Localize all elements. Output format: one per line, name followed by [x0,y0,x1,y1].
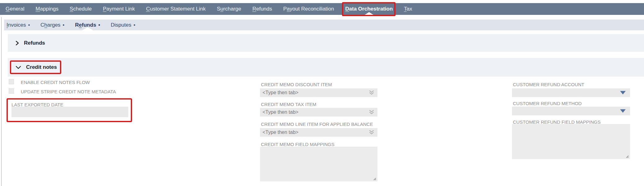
update-stripe-credit-note-metadata-checkbox[interactable] [9,88,14,94]
tab-general-label: General [6,6,25,12]
section-row-refunds: Refunds [8,34,644,52]
tab-customer-statement-link-label: Customer Statement Link [146,6,206,12]
last-exported-date-input[interactable] [11,107,128,117]
customer-refund-method-label: CUSTOMER REFUND METHOD [513,101,582,106]
section-header-credit-notes[interactable]: Credit notes [16,64,57,70]
tab-refunds[interactable]: Refunds [252,3,272,15]
subtab-charges-label: Charges [40,22,60,28]
credit-memo-tax-item-label: CREDIT MEMO TAX ITEM [261,102,316,107]
subtab-invoices-label: Invoices [7,22,26,28]
customer-refund-account-dropdown[interactable] [512,88,630,97]
tab-general[interactable]: General [6,3,25,15]
credit-memo-discount-item-input[interactable] [260,88,377,97]
tab-payout-reconciliation[interactable]: Payout Reconciliation [283,3,334,15]
left-frame-line [1,17,2,186]
subtab-charges[interactable]: Charges • [40,20,64,30]
chevron-down-icon [16,66,21,69]
tab-payment-link-label: Payment Link [103,6,135,12]
credit-memo-discount-item-label: CREDIT MEMO DISCOUNT ITEM [261,82,332,87]
enable-credit-notes-flow-checkbox[interactable] [9,79,14,84]
subtab-invoices[interactable]: Invoices • [7,20,30,30]
sub-nav-bar: Invoices • Charges • Refunds • Disputes … [4,20,644,30]
tab-schedule-label: Schedule [70,6,92,12]
subtab-refunds[interactable]: Refunds • [75,20,100,30]
bullet-icon: • [28,22,30,28]
tab-mappings-label: Mappings [36,6,59,12]
tab-data-orchestration[interactable]: Data Orchestration [345,3,393,15]
tab-surcharge-label: Surcharge [217,6,241,12]
top-nav-bar: General Mappings Schedule Payment Link C… [0,3,644,15]
bullet-icon: • [134,22,135,28]
section-row-credit-notes: Credit notes [8,58,644,77]
customer-refund-method-dropdown[interactable] [512,107,630,115]
section-title-credit-notes: Credit notes [26,64,57,70]
credit-memo-tax-item-input[interactable] [260,108,377,117]
customer-refund-field-mappings-textarea[interactable] [512,124,630,159]
dropdown-arrow-icon [620,109,626,113]
credit-memo-field-mappings-label: CREDIT MEMO FIELD MAPPINGS [261,142,334,147]
chevron-right-icon [16,41,19,46]
bullet-icon: • [98,22,100,28]
section-header-refunds[interactable]: Refunds [16,40,45,46]
update-stripe-credit-note-metadata-label: UPDATE STRIPE CREDIT NOTE METADATA [21,89,116,94]
bullet-icon: • [63,22,65,28]
active-tab-pointer-icon [365,12,373,15]
subtab-disputes[interactable]: Disputes • [111,20,135,30]
tab-payout-reconciliation-label: Payout Reconciliation [283,6,334,12]
credit-memo-field-mappings-textarea[interactable] [260,147,377,181]
tab-surcharge[interactable]: Surcharge [217,3,241,15]
subtab-refunds-label: Refunds [75,22,96,28]
customer-refund-account-label: CUSTOMER REFUND ACCOUNT [513,82,584,87]
tab-schedule[interactable]: Schedule [70,3,92,15]
section-title-refunds: Refunds [24,40,45,46]
subtab-disputes-label: Disputes [111,22,131,28]
enable-credit-notes-flow-label: ENABLE CREDIT NOTES FLOW [21,80,90,85]
tab-refunds-label: Refunds [252,6,272,12]
tab-tax[interactable]: Tax [404,3,412,15]
tab-tax-label: Tax [404,6,412,12]
tab-data-orchestration-label: Data Orchestration [345,6,393,12]
tab-payment-link[interactable]: Payment Link [103,3,135,15]
tab-customer-statement-link[interactable]: Customer Statement Link [146,3,206,15]
tab-mappings[interactable]: Mappings [36,3,59,15]
credit-memo-line-item-for-applied-balance-input[interactable] [260,128,377,137]
credit-memo-line-item-for-applied-balance-label: CREDIT MEMO LINE ITEM FOR APPLIED BALANC… [261,122,373,127]
dropdown-arrow-icon [620,91,626,95]
